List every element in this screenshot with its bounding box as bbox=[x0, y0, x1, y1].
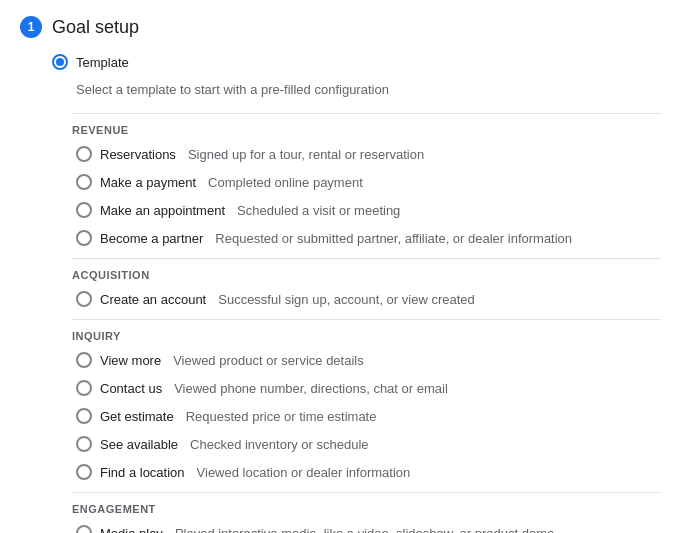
group-acquisition: ACQUISITIONCreate an accountSuccessful s… bbox=[72, 258, 661, 307]
option-label-make-an-appointment: Make an appointment bbox=[100, 203, 225, 218]
option-row-contact-us[interactable]: Contact usViewed phone number, direction… bbox=[72, 380, 661, 396]
divider-revenue bbox=[72, 113, 661, 114]
template-radio[interactable] bbox=[52, 54, 68, 70]
option-row-create-an-account[interactable]: Create an accountSuccessful sign up, acc… bbox=[72, 291, 661, 307]
radio-see-available[interactable] bbox=[76, 436, 92, 452]
template-section: Template Select a template to start with… bbox=[52, 54, 661, 533]
template-subtitle: Select a template to start with a pre-fi… bbox=[76, 82, 661, 97]
divider-acquisition bbox=[72, 258, 661, 259]
option-row-get-estimate[interactable]: Get estimateRequested price or time esti… bbox=[72, 408, 661, 424]
radio-view-more[interactable] bbox=[76, 352, 92, 368]
option-label-contact-us: Contact us bbox=[100, 381, 162, 396]
option-label-get-estimate: Get estimate bbox=[100, 409, 174, 424]
option-label-make-a-payment: Make a payment bbox=[100, 175, 196, 190]
section-label-inquiry: INQUIRY bbox=[72, 330, 661, 342]
divider-inquiry bbox=[72, 319, 661, 320]
option-desc-media-play: Played interactive media, like a video, … bbox=[175, 526, 554, 534]
step-badge: 1 bbox=[20, 16, 42, 38]
option-desc-become-a-partner: Requested or submitted partner, affiliat… bbox=[215, 231, 572, 246]
option-desc-find-a-location: Viewed location or dealer information bbox=[197, 465, 411, 480]
option-label-see-available: See available bbox=[100, 437, 178, 452]
goal-header: 1 Goal setup bbox=[20, 16, 661, 38]
option-row-become-a-partner[interactable]: Become a partnerRequested or submitted p… bbox=[72, 230, 661, 246]
radio-make-an-appointment[interactable] bbox=[76, 202, 92, 218]
radio-make-a-payment[interactable] bbox=[76, 174, 92, 190]
option-label-become-a-partner: Become a partner bbox=[100, 231, 203, 246]
group-inquiry: INQUIRYView moreViewed product or servic… bbox=[72, 319, 661, 480]
option-label-reservations: Reservations bbox=[100, 147, 176, 162]
option-row-make-an-appointment[interactable]: Make an appointmentScheduled a visit or … bbox=[72, 202, 661, 218]
page-container: 1 Goal setup Template Select a template … bbox=[0, 0, 681, 533]
page-title: Goal setup bbox=[52, 17, 139, 38]
option-desc-create-an-account: Successful sign up, account, or view cre… bbox=[218, 292, 475, 307]
option-desc-get-estimate: Requested price or time estimate bbox=[186, 409, 377, 424]
option-desc-contact-us: Viewed phone number, directions, chat or… bbox=[174, 381, 448, 396]
option-desc-view-more: Viewed product or service details bbox=[173, 353, 364, 368]
option-row-reservations[interactable]: ReservationsSigned up for a tour, rental… bbox=[72, 146, 661, 162]
section-label-acquisition: ACQUISITION bbox=[72, 269, 661, 281]
radio-reservations[interactable] bbox=[76, 146, 92, 162]
radio-create-an-account[interactable] bbox=[76, 291, 92, 307]
template-label: Template bbox=[76, 55, 129, 70]
divider-engagement bbox=[72, 492, 661, 493]
radio-media-play[interactable] bbox=[76, 525, 92, 533]
radio-get-estimate[interactable] bbox=[76, 408, 92, 424]
option-desc-make-a-payment: Completed online payment bbox=[208, 175, 363, 190]
radio-contact-us[interactable] bbox=[76, 380, 92, 396]
option-row-find-a-location[interactable]: Find a locationViewed location or dealer… bbox=[72, 464, 661, 480]
option-desc-reservations: Signed up for a tour, rental or reservat… bbox=[188, 147, 424, 162]
option-row-see-available[interactable]: See availableChecked inventory or schedu… bbox=[72, 436, 661, 452]
section-label-revenue: REVENUE bbox=[72, 124, 661, 136]
option-label-create-an-account: Create an account bbox=[100, 292, 206, 307]
option-row-view-more[interactable]: View moreViewed product or service detai… bbox=[72, 352, 661, 368]
group-revenue: REVENUEReservationsSigned up for a tour,… bbox=[72, 113, 661, 246]
option-label-view-more: View more bbox=[100, 353, 161, 368]
radio-become-a-partner[interactable] bbox=[76, 230, 92, 246]
option-desc-make-an-appointment: Scheduled a visit or meeting bbox=[237, 203, 400, 218]
option-row-media-play[interactable]: Media playPlayed interactive media, like… bbox=[72, 525, 661, 533]
group-engagement: ENGAGEMENTMedia playPlayed interactive m… bbox=[72, 492, 661, 533]
option-row-make-a-payment[interactable]: Make a paymentCompleted online payment bbox=[72, 174, 661, 190]
template-radio-row[interactable]: Template bbox=[52, 54, 661, 70]
radio-find-a-location[interactable] bbox=[76, 464, 92, 480]
section-label-engagement: ENGAGEMENT bbox=[72, 503, 661, 515]
option-label-find-a-location: Find a location bbox=[100, 465, 185, 480]
option-label-media-play: Media play bbox=[100, 526, 163, 534]
groups-container: REVENUEReservationsSigned up for a tour,… bbox=[72, 113, 661, 533]
option-desc-see-available: Checked inventory or schedule bbox=[190, 437, 369, 452]
